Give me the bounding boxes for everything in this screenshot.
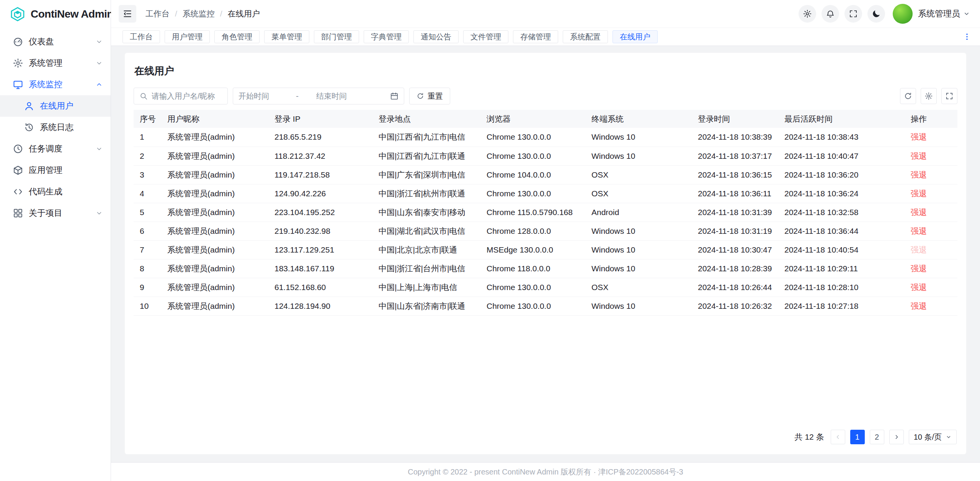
cell-nickname: 系统管理员(admin) [161, 128, 268, 147]
tab-7[interactable]: 文件管理 [463, 30, 508, 43]
cell-os: OSX [585, 184, 692, 203]
column-header: 最后活跃时间 [778, 110, 905, 128]
menu-icon [13, 165, 23, 176]
user-menu[interactable]: 系统管理员 [918, 8, 970, 20]
force-logout-link[interactable]: 强退 [911, 227, 927, 235]
sidebar-item-system-management[interactable]: 系统管理 [0, 52, 111, 74]
cell-login-time: 2024-11-18 10:28:39 [692, 259, 778, 278]
menu-icon [13, 58, 23, 68]
tab-10[interactable]: 在线用户 [612, 30, 658, 43]
breadcrumb-item[interactable]: 系统监控 [183, 8, 215, 19]
cell-browser: Chrome 130.0.0.0 [480, 297, 585, 315]
sidebar-item-dashboard[interactable]: 仪表盘 [0, 31, 111, 52]
cell-index: 6 [134, 222, 161, 240]
force-logout-link[interactable]: 强退 [911, 152, 927, 160]
force-logout-link[interactable]: 强退 [911, 132, 927, 141]
tab-8[interactable]: 存储管理 [513, 30, 558, 43]
open-tabs: 工作台 用户管理 角色管理 菜单管理 部门管理 字典管理 通知公告 文件管理 存… [122, 30, 960, 43]
force-logout-link[interactable]: 强退 [911, 245, 927, 254]
main-column: 工作台 / 系统监控 / 在线用户 系统管理员 工作台 用户管理 [111, 0, 980, 481]
sidebar-item-code-generation[interactable]: 代码生成 [0, 181, 111, 202]
sidebar-item-app-management[interactable]: 应用管理 [0, 160, 111, 181]
sidebar-item-label: 系统监控 [29, 79, 90, 90]
force-logout-link[interactable]: 强退 [911, 264, 927, 273]
cell-index: 4 [134, 184, 161, 203]
tab-1[interactable]: 用户管理 [165, 30, 210, 43]
tab-2[interactable]: 角色管理 [214, 30, 260, 43]
cell-login-time: 2024-11-18 10:31:19 [692, 222, 778, 240]
tab-4[interactable]: 部门管理 [314, 30, 359, 43]
column-header: 登录地点 [372, 110, 480, 128]
cell-login-time: 2024-11-18 10:30:47 [692, 240, 778, 259]
cell-last-active: 2024-11-18 10:36:20 [778, 165, 905, 184]
fullscreen-icon[interactable] [844, 5, 862, 23]
prev-page-icon[interactable] [831, 430, 845, 444]
breadcrumb-separator: / [220, 9, 222, 18]
date-end-placeholder: 结束时间 [316, 91, 347, 101]
settings-icon[interactable] [799, 5, 816, 23]
sidebar-item-system-monitor[interactable]: 系统监控 [0, 74, 111, 95]
app-title: ContiNew Admin [31, 8, 113, 20]
table-row: 7 系统管理员(admin) 123.117.129.251 中国|北京|北京市… [134, 240, 957, 259]
cell-ip: 119.147.218.58 [268, 165, 372, 184]
cell-location: 中国|山东省|泰安市|移动 [372, 203, 480, 222]
page-button-1[interactable]: 1 [850, 430, 865, 444]
breadcrumb-item[interactable]: 工作台 [145, 8, 170, 19]
table-fullscreen-icon[interactable] [941, 88, 957, 104]
force-logout-link[interactable]: 强退 [911, 189, 927, 198]
date-range-separator: - [296, 91, 299, 101]
sidebar-item-online-user[interactable]: 在线用户 [0, 95, 111, 117]
cell-index: 7 [134, 240, 161, 259]
cell-last-active: 2024-11-18 10:36:24 [778, 184, 905, 203]
tab-0[interactable]: 工作台 [122, 30, 160, 43]
page-size-select[interactable]: 10 条/页 [909, 430, 957, 444]
sidebar-item-about-project[interactable]: 关于项目 [0, 202, 111, 224]
reset-button[interactable]: 重置 [409, 88, 450, 104]
force-logout-link[interactable]: 强退 [911, 170, 927, 179]
column-header: 用户昵称 [161, 110, 268, 128]
tab-6[interactable]: 通知公告 [413, 30, 459, 43]
tab-3[interactable]: 菜单管理 [264, 30, 309, 43]
tab-5[interactable]: 字典管理 [364, 30, 409, 43]
refresh-table-icon[interactable] [900, 88, 916, 104]
menu-icon [13, 79, 23, 90]
next-page-icon[interactable] [889, 430, 904, 444]
cell-nickname: 系统管理员(admin) [161, 222, 268, 240]
tabbar: 工作台 用户管理 角色管理 菜单管理 部门管理 字典管理 通知公告 文件管理 存… [111, 28, 980, 46]
column-settings-icon[interactable] [921, 88, 937, 104]
notification-bell-icon[interactable] [822, 5, 839, 23]
cell-os: Windows 10 [585, 222, 692, 240]
cell-location: 中国|广东省|深圳市|电信 [372, 165, 480, 184]
sidebar-item-job-schedule[interactable]: 任务调度 [0, 138, 111, 160]
cell-browser: Chrome 115.0.5790.168 [480, 203, 585, 222]
cell-nickname: 系统管理员(admin) [161, 297, 268, 315]
cell-login-time: 2024-11-18 10:36:11 [692, 184, 778, 203]
cell-last-active: 2024-11-18 10:40:47 [778, 147, 905, 165]
cell-os: Windows 10 [585, 147, 692, 165]
page-button-2[interactable]: 2 [870, 430, 884, 444]
sidebar-item-label: 在线用户 [40, 100, 103, 112]
force-logout-link[interactable]: 强退 [911, 208, 927, 217]
cell-last-active: 2024-11-18 10:28:10 [778, 278, 905, 297]
avatar[interactable] [893, 4, 913, 24]
cell-os: OSX [585, 165, 692, 184]
cell-login-time: 2024-11-18 10:31:39 [692, 203, 778, 222]
column-header: 浏览器 [480, 110, 585, 128]
column-header: 登录 IP [268, 110, 372, 128]
cell-os: Windows 10 [585, 297, 692, 315]
force-logout-link[interactable]: 强退 [911, 283, 927, 292]
sidebar-item-system-log[interactable]: 系统日志 [0, 117, 111, 138]
tab-9[interactable]: 系统配置 [563, 30, 608, 43]
cell-index: 1 [134, 128, 161, 147]
tab-more-icon[interactable] [960, 30, 974, 44]
breadcrumb: 工作台 / 系统监控 / 在线用户 [145, 8, 260, 19]
menu-fold-icon[interactable] [119, 5, 136, 23]
search-field [134, 88, 228, 104]
chevron-down-icon [95, 38, 103, 46]
cell-browser: Chrome 118.0.0.0 [480, 259, 585, 278]
search-input[interactable] [152, 92, 222, 101]
force-logout-link[interactable]: 强退 [911, 302, 927, 310]
date-range-picker[interactable]: 开始时间 - 结束时间 [233, 88, 404, 104]
table-row: 10 系统管理员(admin) 124.128.194.90 中国|山东省|济南… [134, 297, 957, 315]
dark-mode-moon-icon[interactable] [867, 5, 885, 23]
